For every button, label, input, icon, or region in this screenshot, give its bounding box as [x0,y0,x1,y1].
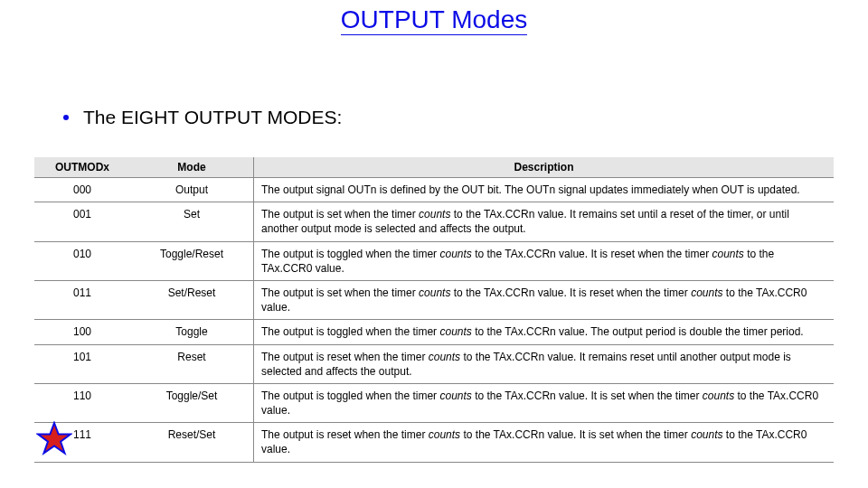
cell-desc: The output is set when the timer counts … [254,202,835,241]
table-row: 111 Reset/Set The output is reset when t… [34,423,834,462]
bullet-line: The EIGHT OUTPUT MODES: [63,107,342,128]
cell-code: 001 [34,202,130,241]
th-mode: Mode [130,157,254,178]
table-row: 011 Set/Reset The output is set when the… [34,280,834,319]
cell-mode: Reset [130,344,254,383]
cell-desc: The output is toggled when the timer cou… [254,383,835,422]
table-row: 001 Set The output is set when the timer… [34,202,834,241]
output-modes-table-wrap: OUTMODx Mode Description 000 Output The … [34,157,834,463]
table-row: 110 Toggle/Set The output is toggled whe… [34,383,834,422]
cell-mode: Set/Reset [130,280,254,319]
cell-mode: Toggle [130,320,254,344]
cell-mode: Toggle/Reset [130,241,254,280]
slide-title: OUTPUT Modes [0,5,868,34]
table-row: 000 Output The output signal OUTn is def… [34,178,834,202]
table-row: 010 Toggle/Reset The output is toggled w… [34,241,834,280]
cell-code: 010 [34,241,130,280]
cell-code: 101 [34,344,130,383]
th-desc: Description [254,157,835,178]
slide: OUTPUT Modes The EIGHT OUTPUT MODES: OUT… [0,0,868,488]
table-row: 100 Toggle The output is toggled when th… [34,320,834,344]
cell-desc: The output is reset when the timer count… [254,423,835,462]
cell-mode: Toggle/Set [130,383,254,422]
cell-mode: Reset/Set [130,423,254,462]
cell-desc: The output is set when the timer counts … [254,280,835,319]
cell-code: 000 [34,178,130,202]
th-outmod: OUTMODx [34,157,130,178]
cell-desc: The output is toggled when the timer cou… [254,241,835,280]
output-modes-table: OUTMODx Mode Description 000 Output The … [34,157,834,463]
table-row: 101 Reset The output is reset when the t… [34,344,834,383]
cell-desc: The output signal OUTn is defined by the… [254,178,835,202]
star-icon [36,421,72,457]
cell-code: 011 [34,280,130,319]
cell-desc: The output is reset when the timer count… [254,344,835,383]
cell-code: 110 [34,383,130,422]
svg-marker-0 [38,423,71,454]
slide-title-text: OUTPUT Modes [341,5,527,35]
cell-code: 100 [34,320,130,344]
cell-mode: Output [130,178,254,202]
bullet-icon [63,115,69,120]
cell-mode: Set [130,202,254,241]
table-header-row: OUTMODx Mode Description [34,157,834,178]
bullet-text: The EIGHT OUTPUT MODES: [83,107,342,128]
cell-desc: The output is toggled when the timer cou… [254,320,835,344]
